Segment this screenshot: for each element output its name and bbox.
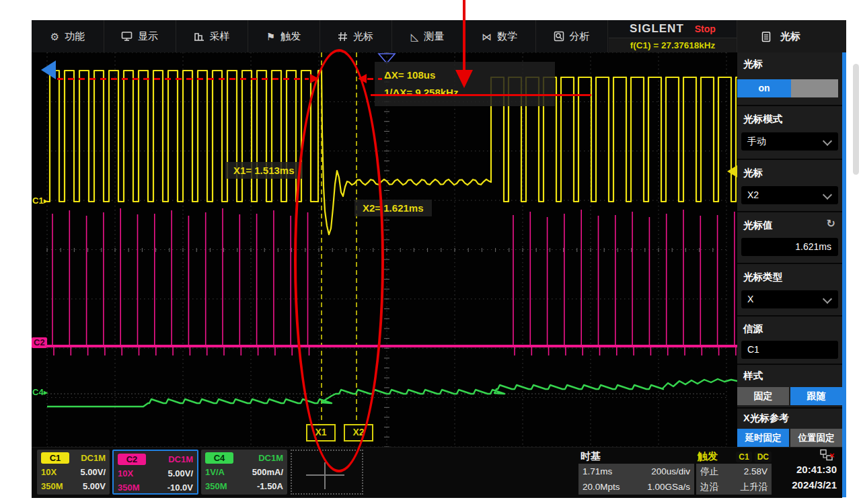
annotation-arrow-line — [463, 0, 465, 71]
cursor-select-label: 光标 — [743, 167, 763, 179]
section-cursor-type: 光标类型 X — [737, 263, 842, 315]
menu-label: 测量 — [424, 30, 444, 43]
menu-label: 功能 — [65, 30, 85, 43]
brand-logo: SIGLENT — [630, 22, 684, 36]
arrow-right-icon: ▸ — [44, 387, 48, 397]
xref-position-fixed-button[interactable]: 位置固定 — [790, 429, 842, 447]
cursor-mode-label: 光标模式 — [743, 113, 782, 126]
cursor-select-dropdown[interactable]: X2 — [741, 186, 838, 204]
measure-icon: ◺ — [411, 32, 419, 42]
channel-box-c4[interactable]: C4DC1M 1V/A500mA/ 350M-1.50A — [201, 450, 287, 495]
trigger-level-marker-icon[interactable] — [727, 165, 737, 177]
arrow-right-icon: ▸ — [44, 196, 48, 206]
menu-label: 显示 — [138, 30, 158, 43]
cursor-mode-dropdown[interactable]: 手动 — [741, 132, 838, 151]
section-style: 样式 固定 跟随 — [737, 364, 842, 407]
trigger-delay-marker-icon[interactable] — [41, 60, 56, 79]
svg-text:×: × — [829, 450, 835, 460]
annotation-dashed-line — [57, 78, 309, 80]
run-state[interactable]: Stop — [695, 24, 716, 34]
style-label: 样式 — [743, 370, 763, 382]
section-cursor-select: 光标 X2 — [737, 159, 842, 211]
annotation-dash-arrow-left — [358, 74, 367, 83]
sampling-icon — [194, 31, 204, 42]
trace-label-c2[interactable]: C2 — [32, 337, 47, 348]
waveform-canvas — [32, 52, 737, 447]
cursor-crosshair-icon — [338, 32, 348, 42]
section-cursor-onoff: 光标 on — [737, 52, 842, 105]
trigger-coupling-badge: DC — [755, 452, 772, 462]
section-source: 信源 C1 — [737, 315, 842, 364]
gear-icon: ⚙ — [50, 32, 59, 42]
annotation-ellipse — [294, 49, 384, 472]
annotation-dashed-line — [367, 78, 382, 80]
menu-item-analysis[interactable]: 分析 — [535, 20, 608, 52]
trigger-readout[interactable]: 停止2.58V 边沿上升沿 — [696, 464, 772, 495]
clock-date: 2024/3/21 — [792, 479, 837, 491]
frequency-counter: f(C1) = 27.37618kHz — [609, 38, 737, 52]
section-cursor-mode: 光标模式 手动 — [737, 105, 842, 159]
x-reference-label: X光标参考 — [743, 412, 789, 425]
annotation-dash-arrow-right — [310, 74, 319, 83]
menu-item-cursor[interactable]: 光标 — [320, 20, 392, 52]
clipboard-icon — [761, 31, 771, 42]
channel-box-c1[interactable]: C1DC1M 10X5.00V/ 350M5.00V — [37, 450, 110, 495]
cursor-type-label: 光标类型 — [743, 271, 782, 284]
trigger-title: 触发 C1DC — [698, 450, 772, 463]
style-follow-button[interactable]: 跟随 — [790, 387, 842, 405]
menu-item-measure[interactable]: ◺ 测量 — [391, 20, 464, 52]
menu-label: 采样 — [210, 30, 230, 43]
trace-label-c1[interactable]: C1▸ — [32, 196, 48, 206]
network-disconnected-icon[interactable]: × — [819, 449, 835, 462]
chevron-down-icon — [823, 136, 832, 146]
display-icon — [121, 31, 133, 42]
chevron-down-icon — [823, 294, 832, 304]
cursor-settings-panel: 光标 on 光标模式 手动 光标 X2 光标值 ↻ 1.621ms 光标类型 X — [737, 52, 842, 447]
annotation-underline — [371, 94, 591, 96]
cursor-x1-readout: X1= 1.513ms — [225, 162, 303, 179]
panel-title: 光标 — [780, 30, 800, 43]
annotation-arrow-head — [455, 70, 473, 88]
channel-badge: C2 — [118, 454, 146, 465]
channel-badge: C1 — [41, 452, 69, 464]
menu-label: 数学 — [497, 30, 517, 43]
cursor-toggle-label: 光标 — [743, 58, 763, 71]
menu-item-acquire[interactable]: 采样 — [176, 20, 248, 52]
menu-item-function[interactable]: ⚙ 功能 — [32, 20, 104, 52]
timebase-title: 时基 — [581, 450, 601, 463]
source-field[interactable]: C1 — [741, 341, 838, 359]
browser-scrollbar-thumb[interactable] — [853, 64, 859, 175]
cursor-on-toggle[interactable]: on — [737, 79, 791, 97]
timebase-readout[interactable]: 1.71ms200us/div 20.0Mpts1.00GSa/s — [578, 464, 694, 495]
math-icon: ⋈ — [482, 32, 492, 42]
clock-time: 20:41:30 — [796, 464, 837, 475]
menu-label: 光标 — [353, 30, 373, 43]
section-cursor-value: 光标值 ↻ 1.621ms — [737, 211, 842, 263]
cursor-type-dropdown[interactable]: X — [741, 290, 838, 308]
status-bar: C1DC1M 10X5.00V/ 350M5.00V C2DC1M 10X5.0… — [32, 447, 842, 498]
menu-item-math[interactable]: ⋈ 数学 — [463, 20, 536, 52]
trigger-source-badge: C1 — [736, 452, 751, 462]
cursor-value-field[interactable]: 1.621ms — [741, 238, 838, 256]
cursor-value-label: 光标值 — [743, 219, 773, 232]
menu-item-display[interactable]: 显示 — [104, 20, 176, 52]
channel-box-c2[interactable]: C2DC1M 10X5.00V/ 350M-10.0V — [112, 450, 198, 495]
oscilloscope-screen: ⚙ 功能 显示 采样 ⚑ 触发 光标 ◺ 测量 — [32, 20, 846, 497]
trace-label-c4[interactable]: C4▸ — [32, 387, 48, 398]
cursor-off-toggle[interactable] — [791, 79, 838, 97]
refresh-icon[interactable]: ↻ — [827, 217, 835, 230]
xref-delay-fixed-button[interactable]: 延时固定 — [737, 429, 789, 447]
panel-header: 光标 — [737, 20, 846, 52]
menu-item-trigger[interactable]: ⚑ 触发 — [248, 20, 320, 52]
logo-status-block: SIGLENT Stop f(C1) = 27.37618kHz — [609, 20, 737, 52]
section-x-cursor-reference: X光标参考 延时固定 位置固定 — [737, 407, 842, 447]
analysis-icon — [554, 31, 564, 42]
menu-label: 分析 — [570, 30, 590, 43]
crosshair-icon — [324, 462, 326, 489]
style-fixed-button[interactable]: 固定 — [737, 387, 789, 405]
waveform-display[interactable]: C1▸ C2 C4▸ ΔX= 108us 1/ΔX= 9.258kHz X1= … — [32, 52, 737, 447]
source-label: 信源 — [743, 323, 763, 335]
channel-badge: C4 — [205, 452, 233, 464]
menu-bar: ⚙ 功能 显示 采样 ⚑ 触发 光标 ◺ 测量 — [32, 20, 846, 52]
panel-accent-strip — [842, 52, 846, 497]
